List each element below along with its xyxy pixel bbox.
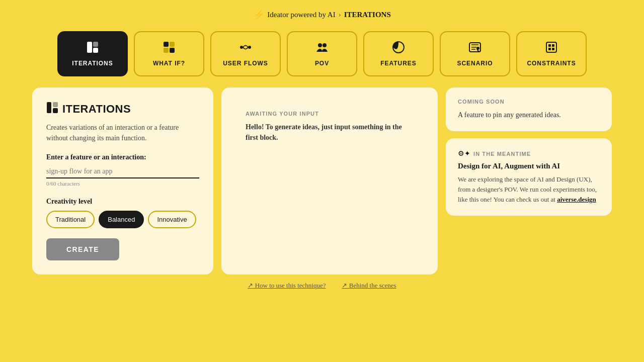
creativity-options: Traditional Balanced Innovative <box>46 211 199 228</box>
tab-label-userflows: USER FLOWS <box>223 60 268 67</box>
tab-constraints[interactable]: CONSTRAINTS <box>516 31 587 76</box>
svg-rect-17 <box>548 48 551 50</box>
tab-iterations[interactable]: ITERATIONS <box>57 31 128 76</box>
meantime-text: We are exploring the space of AI and Des… <box>458 174 600 205</box>
pov-icon <box>315 41 329 56</box>
svg-rect-4 <box>170 42 175 47</box>
whatif-icon <box>163 41 176 56</box>
tab-label-features: FEATURES <box>380 60 416 67</box>
svg-rect-20 <box>53 102 58 107</box>
iterations-icon <box>86 41 99 56</box>
tab-scenario[interactable]: SCENARIO <box>440 31 510 76</box>
panel-title: ITERATIONS <box>62 103 131 116</box>
svg-point-7 <box>240 46 243 49</box>
meantime-title: Design for AI, Augment with AI <box>458 162 600 170</box>
tab-label-whatif: WHAT IF? <box>153 60 185 67</box>
breadcrumb: ⚡ Ideator powered by AI › ITERATIONS <box>0 0 644 26</box>
svg-rect-19 <box>47 102 51 113</box>
creativity-label: Creativity level <box>46 198 199 206</box>
right-panel: COMING SOON A feature to pin any generat… <box>446 87 612 275</box>
features-icon <box>392 41 405 56</box>
creativity-balanced[interactable]: Balanced <box>99 211 144 228</box>
creativity-innovative[interactable]: Innovative <box>148 211 196 228</box>
tab-features[interactable]: FEATURES <box>363 31 434 76</box>
coming-soon-section: COMING SOON A feature to pin any generat… <box>446 87 612 131</box>
breadcrumb-start: Ideator powered by AI <box>267 11 335 19</box>
bolt-icon: ⚡ <box>253 9 264 20</box>
meantime-section: ⚙✦ IN THE MEANTIME Design for AI, Augmen… <box>446 138 612 216</box>
tab-label-iterations: ITERATIONS <box>72 60 113 67</box>
awaiting-box: AWAITING YOUR INPUT Hello! To generate i… <box>235 102 424 152</box>
tab-whatif[interactable]: WHAT IF? <box>134 31 204 76</box>
coming-soon-text: A feature to pin any generated ideas. <box>458 110 600 120</box>
tab-label-scenario: SCENARIO <box>457 60 493 67</box>
svg-rect-15 <box>548 44 551 47</box>
char-count: 0/60 characters <box>46 180 199 187</box>
breadcrumb-current: ITERATIONS <box>344 11 391 19</box>
svg-point-8 <box>248 46 251 49</box>
svg-rect-5 <box>164 48 169 53</box>
meantime-label: IN THE MEANTIME <box>473 151 531 157</box>
svg-rect-6 <box>170 48 175 53</box>
svg-point-10 <box>323 43 327 47</box>
svg-point-9 <box>318 43 322 47</box>
tab-pov[interactable]: POV <box>287 31 357 76</box>
tabs-row: ITERATIONS WHAT IF? USER FLOWS <box>0 26 644 85</box>
breadcrumb-separator: › <box>339 11 341 19</box>
svg-rect-0 <box>87 42 92 53</box>
left-panel: ITERATIONS Creates variations of an inte… <box>32 87 213 275</box>
feature-input[interactable] <box>46 165 199 178</box>
panel-description: Creates variations of an interaction or … <box>46 122 199 143</box>
tab-userflows[interactable]: USER FLOWS <box>210 31 281 76</box>
create-button[interactable]: CREATE <box>46 238 119 260</box>
svg-rect-16 <box>552 44 554 47</box>
svg-rect-14 <box>546 42 556 52</box>
userflows-icon <box>239 41 252 56</box>
center-panel: AWAITING YOUR INPUT Hello! To generate i… <box>221 87 438 275</box>
svg-rect-1 <box>93 42 98 47</box>
main-content: ITERATIONS Creates variations of an inte… <box>0 87 644 275</box>
svg-rect-2 <box>93 48 98 53</box>
svg-rect-18 <box>552 48 554 50</box>
svg-rect-3 <box>164 42 169 47</box>
meantime-icon: ⚙✦ <box>458 149 470 158</box>
meantime-header-row: ⚙✦ IN THE MEANTIME <box>458 149 600 158</box>
scenario-icon <box>468 41 481 56</box>
awaiting-label: AWAITING YOUR INPUT <box>246 111 414 117</box>
tab-label-pov: POV <box>315 60 329 67</box>
panel-title-icon <box>46 102 58 116</box>
awaiting-text: Hello! To generate ideas, just input som… <box>246 122 414 143</box>
panel-title-row: ITERATIONS <box>46 102 199 116</box>
constraints-icon <box>545 41 558 56</box>
how-to-use-link[interactable]: ↗ How to use this technique? <box>248 282 326 290</box>
input-label: Enter a feature or an interaction: <box>46 153 199 161</box>
tab-label-constraints: CONSTRAINTS <box>527 60 576 67</box>
bottom-bar: ↗ How to use this technique? ↗ Behind th… <box>0 275 644 290</box>
creativity-traditional[interactable]: Traditional <box>46 211 95 228</box>
meantime-link[interactable]: aiverse.design <box>557 196 596 203</box>
svg-rect-21 <box>53 108 58 113</box>
behind-scenes-link[interactable]: ↗ Behind the scenes <box>342 282 396 290</box>
coming-soon-label: COMING SOON <box>458 99 600 105</box>
